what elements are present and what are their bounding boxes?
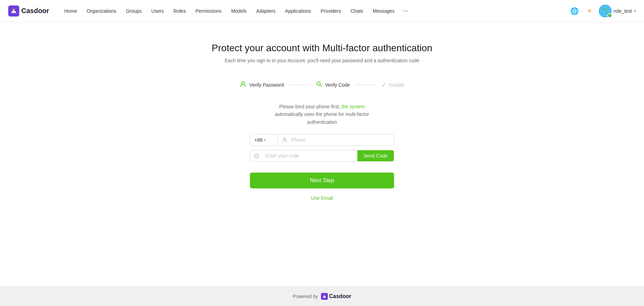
navbar-right: 🌐 ☀ role_test ▾ (569, 5, 636, 17)
main-content: Protect your account with Multi-factor a… (0, 22, 644, 286)
step-verify-code: Verify Code (315, 80, 350, 89)
page-subtitle: Each time you sign in to your Account, y… (225, 58, 419, 63)
avatar (599, 5, 611, 17)
user-chevron-icon: ▾ (634, 9, 636, 13)
step-divider-1 (289, 85, 310, 85)
svg-point-10 (324, 295, 325, 296)
footer-powered-by: Powered by (293, 294, 318, 299)
nav-roles[interactable]: Roles (169, 6, 190, 16)
nav-menu: Home Organizations Groups Users Roles Pe… (60, 5, 569, 17)
step-divider-2 (355, 85, 376, 85)
nav-users[interactable]: Users (147, 6, 168, 16)
phone-input-group: +86 ▾ (250, 134, 394, 146)
phone-input[interactable] (290, 134, 394, 145)
country-code-selector[interactable]: +86 ▾ (250, 134, 278, 145)
step-verify-password: Verify Password (240, 80, 284, 89)
nav-home[interactable]: Home (60, 6, 81, 16)
nav-applications[interactable]: Applications (281, 6, 315, 16)
user-name: role_test (613, 8, 632, 14)
nav-chats[interactable]: Chats (346, 6, 367, 16)
code-input-group: Send Code (250, 150, 394, 162)
nav-more[interactable]: ··· (400, 5, 411, 17)
user-menu[interactable]: role_test ▾ (599, 5, 636, 17)
step1-label: Verify Password (249, 82, 284, 88)
send-code-button[interactable]: Send Code (357, 150, 394, 161)
svg-point-8 (284, 138, 286, 140)
svg-point-6 (242, 81, 244, 84)
nav-adapters[interactable]: Adapters (252, 6, 280, 16)
logo-text: Casdoor (21, 7, 49, 15)
footer-logo-text: Casdoor (329, 293, 352, 299)
nav-groups[interactable]: Groups (122, 6, 146, 16)
phone-user-icon (278, 134, 290, 145)
stepper: Verify Password Verify Code ✓ Enable (240, 80, 404, 89)
logo[interactable]: Casdoor (8, 6, 49, 17)
step3-label: Enable (389, 82, 404, 88)
country-code-value: +86 (254, 137, 263, 143)
footer-logo: Casdoor (321, 293, 352, 300)
nav-providers[interactable]: Providers (317, 6, 345, 16)
navbar: Casdoor Home Organizations Groups Users … (0, 0, 644, 22)
page-title: Protect your account with Multi-factor a… (212, 43, 433, 54)
svg-point-1 (13, 9, 15, 11)
footer: Powered by Casdoor (0, 286, 644, 306)
hint-text: Please bind your phone first, the system… (275, 103, 369, 126)
step2-icon (315, 80, 322, 89)
logo-icon (8, 6, 19, 17)
nav-messages[interactable]: Messages (369, 6, 399, 16)
form-area: Please bind your phone first, the system… (250, 103, 394, 201)
next-step-button[interactable]: Next Step (250, 173, 394, 188)
code-input[interactable] (263, 150, 357, 161)
nav-organizations[interactable]: Organizations (82, 6, 120, 16)
nav-permissions[interactable]: Permissions (191, 6, 226, 16)
step2-label: Verify Code (325, 82, 350, 88)
step1-icon (240, 80, 246, 89)
language-icon[interactable]: 🌐 (569, 6, 580, 17)
code-shield-icon (250, 150, 263, 161)
nav-models[interactable]: Models (227, 6, 251, 16)
use-email-link[interactable]: Use Email (311, 195, 333, 201)
avatar-verified-badge (607, 13, 612, 18)
footer-logo-icon (321, 293, 328, 300)
country-code-chevron-icon: ▾ (264, 138, 266, 142)
step3-icon: ✓ (381, 81, 387, 89)
theme-icon[interactable]: ☀ (584, 6, 595, 17)
step-enable: ✓ Enable (381, 81, 404, 89)
